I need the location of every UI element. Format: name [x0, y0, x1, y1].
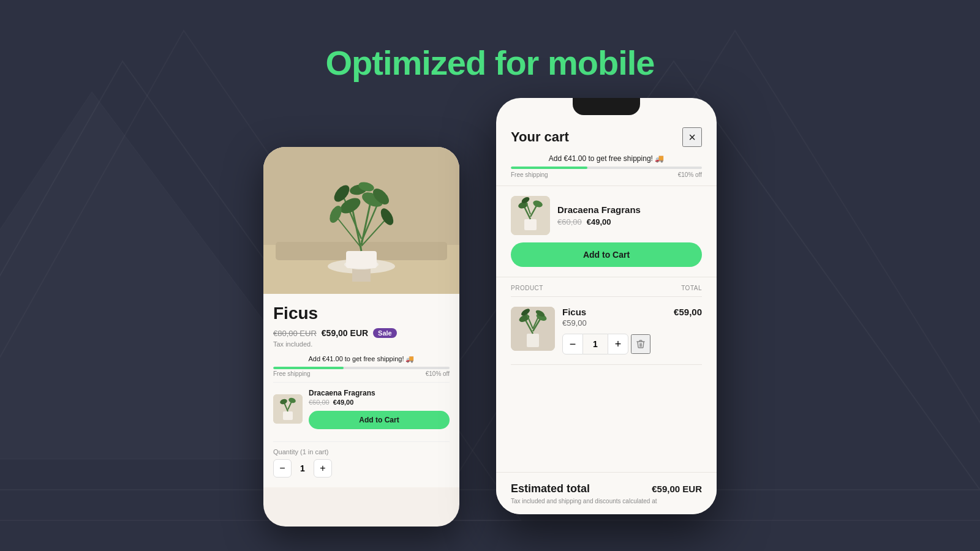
- quantity-section: Quantity (1 in cart) − 1 +: [273, 441, 450, 478]
- page-title: Optimized for mobile: [0, 43, 980, 83]
- upsell-name: Dracaena Fragrans: [309, 389, 450, 397]
- cart-upsell-prices: €60,00 €49,00: [557, 217, 702, 227]
- upsell-prices: €60,00 €49,00: [309, 399, 450, 406]
- cart-item-price: €59,00: [562, 318, 666, 328]
- cart-header: Your cart ×: [496, 115, 717, 154]
- product-image: [263, 147, 459, 294]
- quantity-decrease-button[interactable]: −: [273, 459, 292, 478]
- estimated-total-row: Estimated total €59,00 EUR: [511, 482, 702, 495]
- right-phone: Your cart × Add €41.00 to get free shipp…: [496, 98, 717, 514]
- col-product-label: PRODUCT: [511, 285, 543, 291]
- table-row: Ficus €59,00 − 1 +: [511, 297, 702, 365]
- quantity-label: Quantity (1 in cart): [273, 448, 450, 455]
- cart-item-details: Ficus €59,00 − 1 +: [562, 307, 666, 354]
- cart-close-button[interactable]: ×: [682, 127, 702, 147]
- upsell-image: [273, 394, 303, 424]
- product-info: Ficus €80,00 EUR €59,00 EUR Sale Tax inc…: [263, 294, 459, 487]
- price-row: €80,00 EUR €59,00 EUR Sale: [273, 328, 450, 338]
- cart-footer: Estimated total €59,00 EUR Tax included …: [496, 472, 717, 514]
- col-total-label: TOTAL: [681, 285, 702, 291]
- cart-qty-decrease-button[interactable]: −: [562, 334, 583, 354]
- cart-table-header: PRODUCT TOTAL: [511, 277, 702, 297]
- cart-qty-controls: − 1 +: [562, 334, 666, 354]
- cart-items: PRODUCT TOTAL: [496, 277, 717, 365]
- svg-rect-27: [283, 411, 293, 420]
- free-shipping-label: Free shipping: [273, 370, 311, 377]
- upsell-add-to-cart-button[interactable]: Add to Cart: [309, 411, 450, 429]
- cart-upsell-name: Dracaena Fragrans: [557, 204, 702, 215]
- upsell-info: Dracaena Fragrans €60,00 €49,00 Add to C…: [309, 389, 450, 429]
- upsell-old-price: €60,00: [309, 399, 330, 406]
- left-phone: Ficus €80,00 EUR €59,00 EUR Sale Tax inc…: [263, 147, 459, 527]
- estimated-total-value: €59,00 EUR: [652, 484, 702, 494]
- phone-notch: [573, 98, 640, 115]
- shipping-progress: Free shipping €10% off: [273, 367, 450, 377]
- cart-qty-increase-button[interactable]: +: [608, 334, 628, 354]
- cart-qty-value: 1: [583, 334, 608, 354]
- tax-note: Tax included.: [273, 340, 450, 348]
- cart-discount-label: €10% off: [678, 171, 702, 178]
- svg-rect-11: [346, 251, 377, 268]
- product-name: Ficus: [273, 304, 450, 323]
- cart-upsell: Dracaena Fragrans €60,00 €49,00 Add to C…: [496, 186, 717, 277]
- cart-upsell-image: [511, 196, 550, 235]
- cart-title: Your cart: [511, 129, 569, 145]
- cart-free-shipping-label: Free shipping: [511, 171, 548, 178]
- shipping-banner: Add €41.00 to get free shipping! 🚚: [273, 355, 450, 363]
- cart-upsell-row: Dracaena Fragrans €60,00 €49,00: [511, 196, 702, 235]
- original-price: €80,00 EUR: [273, 329, 317, 338]
- quantity-value: 1: [296, 463, 309, 473]
- cart-item-image: [511, 307, 555, 351]
- cart-upsell-new-price: €49,00: [587, 217, 611, 227]
- sale-badge: Sale: [373, 328, 397, 338]
- upsell-section: Dracaena Fragrans €60,00 €49,00 Add to C…: [273, 382, 450, 435]
- cart-item-name: Ficus: [562, 307, 666, 317]
- discount-label: €10% off: [426, 370, 450, 377]
- upsell-new-price: €49,00: [333, 399, 354, 406]
- cart-upsell-old-price: €60,00: [557, 217, 582, 227]
- quantity-increase-button[interactable]: +: [314, 459, 332, 478]
- sale-price: €59,00 EUR: [322, 328, 368, 338]
- cart-shipping-text: Add €41.00 to get free shipping! 🚚: [511, 154, 702, 163]
- cart-upsell-info: Dracaena Fragrans €60,00 €49,00: [557, 204, 702, 227]
- svg-rect-33: [524, 219, 537, 230]
- estimated-note: Tax included and shipping and discounts …: [511, 498, 702, 504]
- cart-shipping: Add €41.00 to get free shipping! 🚚 Free …: [496, 154, 717, 186]
- phones-container: Ficus €80,00 EUR €59,00 EUR Sale Tax inc…: [263, 98, 717, 539]
- quantity-controls: − 1 +: [273, 459, 450, 478]
- svg-rect-41: [527, 334, 539, 347]
- cart-delete-button[interactable]: [631, 334, 650, 354]
- estimated-total-label: Estimated total: [511, 482, 590, 495]
- cart-upsell-add-button[interactable]: Add to Cart: [511, 242, 702, 267]
- cart-item-total: €59,00: [674, 307, 702, 317]
